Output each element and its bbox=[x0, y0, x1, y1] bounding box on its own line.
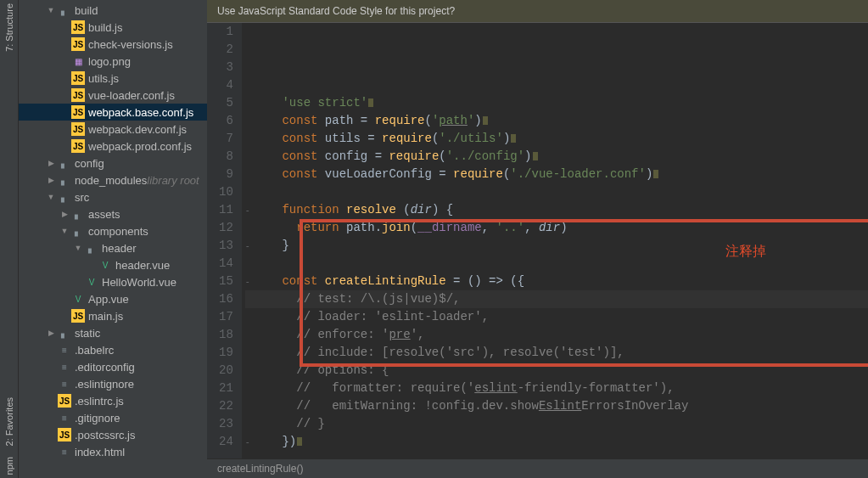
js-file-icon: JS bbox=[71, 122, 85, 136]
tree-item[interactable]: ▶▖static bbox=[19, 324, 207, 341]
tree-item[interactable]: ≡.babelrc bbox=[19, 341, 207, 358]
code-line[interactable]: 'use strict' bbox=[245, 94, 868, 112]
tree-item[interactable]: JSvue-loader.conf.js bbox=[19, 87, 207, 104]
code-line[interactable]: - function resolve (dir) { bbox=[245, 201, 868, 219]
code-editor[interactable]: 注释掉 'use strict' const path = require('p… bbox=[242, 23, 868, 458]
code-line[interactable] bbox=[245, 451, 868, 458]
tree-item-label: header.vue bbox=[115, 259, 170, 272]
code-line[interactable]: const path = require('path') bbox=[245, 112, 868, 130]
project-tree[interactable]: ▼▖buildJSbuild.jsJScheck-versions.js▦log… bbox=[19, 0, 207, 478]
code-line[interactable] bbox=[245, 183, 868, 201]
code-container: 123456789101112131415161718192021222324 … bbox=[207, 23, 868, 458]
tree-item[interactable]: JSwebpack.dev.conf.js bbox=[19, 121, 207, 138]
tree-item[interactable]: ▼▖src bbox=[19, 188, 207, 205]
js-file-icon: JS bbox=[71, 20, 85, 34]
code-line[interactable]: // emitWarning: !config.dev.showEslintEr… bbox=[245, 397, 868, 415]
tree-item-suffix: library root bbox=[147, 174, 199, 187]
tree-arrow-icon[interactable]: ▼ bbox=[46, 193, 56, 201]
js-file-icon: JS bbox=[71, 139, 85, 153]
js-file-icon: JS bbox=[71, 71, 85, 85]
code-line[interactable]: - const createLintingRule = () => ({ bbox=[245, 273, 868, 290]
left-tool-gutter: 7: Structure 2: Favorites npm bbox=[0, 0, 19, 478]
tree-arrow-icon[interactable]: ▼ bbox=[73, 244, 83, 252]
tree-item-label: utils.js bbox=[88, 72, 119, 85]
tree-item[interactable]: ▶▖node_modules library root bbox=[19, 172, 207, 188]
tree-item[interactable]: JSmain.js bbox=[19, 307, 207, 324]
code-style-banner[interactable]: Use JavaScript Standard Code Style for t… bbox=[207, 0, 868, 23]
tree-item[interactable]: JSwebpack.base.conf.js bbox=[19, 104, 207, 121]
code-line[interactable]: // formatter: require('eslint-friendly-f… bbox=[245, 380, 868, 397]
tree-item[interactable]: ▶▖assets bbox=[19, 205, 207, 222]
tree-item[interactable]: ≡.editorconfig bbox=[19, 358, 207, 375]
tree-item-label: assets bbox=[88, 208, 120, 221]
tree-item[interactable]: ▼▖header bbox=[19, 239, 207, 256]
folder-icon: ▖ bbox=[85, 241, 98, 255]
code-line[interactable]: // include: [resolve('src'), resolve('te… bbox=[245, 344, 868, 362]
folder-icon: ▖ bbox=[58, 3, 71, 17]
tree-arrow-icon[interactable]: ▼ bbox=[46, 6, 56, 14]
js-file-icon: JS bbox=[71, 309, 85, 323]
code-line[interactable]: - }) bbox=[245, 433, 868, 451]
tree-item-label: config bbox=[75, 157, 104, 170]
code-line[interactable]: // enforce: 'pre', bbox=[245, 326, 868, 344]
folder-icon: ▖ bbox=[58, 326, 71, 340]
left-gutter-bottom: 2: Favorites npm bbox=[4, 397, 14, 475]
tree-item-label: index.html bbox=[75, 446, 125, 458]
tree-item-label: .editorconfig bbox=[75, 361, 135, 374]
tool-favorites[interactable]: 2: Favorites bbox=[4, 397, 14, 446]
code-line[interactable]: // options: { bbox=[245, 362, 868, 380]
code-line[interactable]: // test: /\.(js|vue)$/, bbox=[245, 290, 868, 308]
tree-item-label: static bbox=[75, 327, 100, 340]
code-line[interactable]: const utils = require('./utils') bbox=[245, 130, 868, 148]
js-file-icon: JS bbox=[58, 428, 71, 441]
editor-area: Use JavaScript Standard Code Style for t… bbox=[207, 0, 868, 478]
code-line[interactable] bbox=[245, 255, 868, 273]
tree-item[interactable]: ▼▖build bbox=[19, 2, 207, 19]
tree-item[interactable]: JSutils.js bbox=[19, 70, 207, 87]
tree-item[interactable]: JS.eslintrc.js bbox=[19, 392, 207, 409]
tree-arrow-icon[interactable]: ▶ bbox=[46, 159, 56, 167]
tree-item[interactable]: VHelloWorld.vue bbox=[19, 273, 207, 290]
tree-item-label: header bbox=[102, 242, 136, 255]
tree-item-label: webpack.base.conf.js bbox=[88, 106, 193, 119]
tree-item[interactable]: JScheck-versions.js bbox=[19, 36, 207, 53]
tree-item[interactable]: ▦logo.png bbox=[19, 53, 207, 70]
tree-arrow-icon[interactable]: ▶ bbox=[46, 329, 56, 337]
tree-item[interactable]: VApp.vue bbox=[19, 290, 207, 307]
tool-npm[interactable]: npm bbox=[4, 457, 14, 475]
tree-item[interactable]: ≡.gitignore bbox=[19, 409, 207, 426]
tree-item-label: .babelrc bbox=[75, 344, 114, 357]
breadcrumb[interactable]: createLintingRule() bbox=[207, 458, 868, 478]
tree-item-label: webpack.prod.conf.js bbox=[88, 140, 192, 153]
left-gutter-top: 7: Structure bbox=[4, 3, 14, 52]
tool-structure[interactable]: 7: Structure bbox=[4, 3, 14, 52]
code-line[interactable]: const config = require('../config') bbox=[245, 148, 868, 166]
code-line[interactable]: // loader: 'eslint-loader', bbox=[245, 308, 868, 326]
code-line[interactable]: const vueLoaderConfig = require('./vue-l… bbox=[245, 166, 868, 183]
tree-item-label: .postcssrc.js bbox=[75, 429, 136, 441]
tree-item-label: node_modules bbox=[75, 174, 147, 187]
code-line[interactable]: return path.join(__dirname, '..', dir) bbox=[245, 219, 868, 237]
folder-icon: ▖ bbox=[71, 207, 85, 221]
tree-arrow-icon[interactable]: ▶ bbox=[59, 210, 70, 218]
tree-item[interactable]: ≡index.html bbox=[19, 443, 207, 460]
tree-item-label: components bbox=[88, 225, 148, 238]
tree-arrow-icon[interactable]: ▶ bbox=[46, 176, 56, 184]
folder-icon: ▖ bbox=[58, 173, 71, 187]
tree-item-label: webpack.dev.conf.js bbox=[88, 123, 187, 136]
tree-item[interactable]: JSwebpack.prod.conf.js bbox=[19, 138, 207, 155]
code-line[interactable]: // } bbox=[245, 415, 868, 433]
tree-item-label: logo.png bbox=[88, 55, 131, 68]
tree-item[interactable]: JS.postcssrc.js bbox=[19, 426, 207, 443]
tree-item[interactable]: JSbuild.js bbox=[19, 19, 207, 36]
tree-item[interactable]: ≡.eslintignore bbox=[19, 375, 207, 392]
tree-item-label: .gitignore bbox=[75, 412, 120, 425]
tree-arrow-icon[interactable]: ▼ bbox=[59, 227, 70, 235]
js-file-icon: JS bbox=[58, 394, 71, 408]
tree-item[interactable]: Vheader.vue bbox=[19, 256, 207, 273]
tree-item-label: .eslintignore bbox=[75, 378, 134, 391]
code-line[interactable]: - } bbox=[245, 237, 868, 255]
tree-item[interactable]: ▼▖components bbox=[19, 222, 207, 239]
tree-item[interactable]: ▶▖config bbox=[19, 155, 207, 172]
text-file-icon: ≡ bbox=[58, 360, 71, 374]
